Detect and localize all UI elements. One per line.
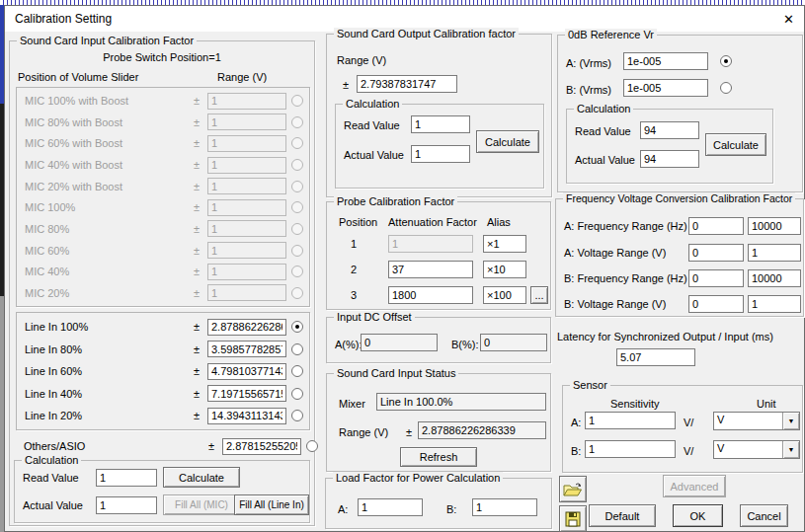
- linein-row: Line In 40%±: [17, 385, 309, 402]
- dropdown-arrow-icon[interactable]: ▼: [782, 413, 799, 429]
- group-output-calibration-legend: Sound Card Output Calibration factor: [334, 28, 519, 39]
- linein-range-input[interactable]: [207, 385, 286, 402]
- mic-row-label: MIC 60% with Boost: [25, 137, 186, 149]
- group-output-calibration: Sound Card Output Calibration factor Ran…: [326, 34, 552, 197]
- others-asio-radio[interactable]: [306, 440, 318, 452]
- load-file-button[interactable]: [559, 476, 587, 502]
- linein-row-label: Line In 60%: [25, 365, 186, 377]
- probe-attenuation-input-3[interactable]: [388, 286, 473, 304]
- output-calculate-button[interactable]: Calculate: [476, 130, 539, 153]
- load-factor-b-label: B:: [446, 503, 456, 515]
- actual-value-label: Actual Value: [23, 499, 83, 511]
- sensor-a-sensitivity-input[interactable]: [585, 412, 676, 429]
- freq-row-to-input[interactable]: [748, 244, 801, 262]
- ref-calculate-button[interactable]: Calculate: [705, 133, 766, 156]
- linein-radio[interactable]: [291, 343, 303, 355]
- ref-a-input[interactable]: [623, 52, 708, 70]
- linein-row: Line In 20%±: [17, 408, 309, 424]
- plus-minus: ±: [191, 365, 202, 377]
- ok-button[interactable]: OK: [673, 504, 723, 527]
- group-0db-reference-legend: 0dB Reference Vr: [565, 29, 657, 40]
- mic-range-input: [207, 264, 286, 280]
- probe-alias-input-2[interactable]: [483, 261, 526, 278]
- mic-row-label: MIC 100%: [25, 201, 186, 213]
- group-probe-calibration-legend: Probe Calibration Factor: [334, 195, 457, 207]
- load-factor-b-input[interactable]: [472, 498, 537, 516]
- ref-b-radio[interactable]: [720, 82, 732, 94]
- mic-row-label: MIC 20% with Boost: [25, 181, 186, 192]
- read-value-input[interactable]: [96, 469, 157, 487]
- calculate-button[interactable]: Calculate: [163, 467, 240, 488]
- probe-more-button[interactable]: ...: [530, 286, 548, 304]
- probe-attenuation-input-1: [388, 235, 473, 253]
- cancel-button[interactable]: Cancel: [740, 504, 788, 527]
- freq-row-from-input[interactable]: [688, 295, 744, 313]
- ref-a-radio[interactable]: [720, 55, 732, 67]
- fill-all-linein-button[interactable]: Fill All (Line In): [234, 494, 309, 515]
- linein-radio[interactable]: [291, 388, 303, 400]
- dc-offset-a-input[interactable]: [361, 334, 438, 351]
- close-icon[interactable]: ✕: [783, 13, 794, 26]
- probe-position-3: 3: [347, 289, 361, 301]
- freq-row-from-input[interactable]: [688, 244, 744, 262]
- linein-range-input[interactable]: [207, 319, 286, 336]
- actual-value-input[interactable]: [96, 496, 157, 514]
- sensor-b-label: B:: [571, 445, 581, 457]
- sensor-a-unit-dropdown[interactable]: V ▼: [713, 412, 800, 430]
- linein-range-input[interactable]: [207, 363, 286, 380]
- group-input-calibration-legend: Sound Card Input Calibration Factor: [17, 35, 197, 46]
- linein-range-input[interactable]: [207, 341, 286, 357]
- group-ref-calculation-legend: Calculation: [574, 103, 633, 114]
- linein-radio[interactable]: [291, 321, 303, 333]
- linein-radio[interactable]: [291, 410, 303, 421]
- probe-position-1: 1: [347, 238, 361, 250]
- dc-offset-b-input[interactable]: [480, 334, 547, 351]
- mic-row-label: MIC 80%: [25, 223, 186, 235]
- mic-row: MIC 40%±: [17, 264, 309, 280]
- sensor-b-unit-dropdown[interactable]: V ▼: [713, 440, 800, 459]
- save-file-button[interactable]: [559, 505, 587, 532]
- mic-row-label: MIC 100% with Boost: [25, 95, 186, 107]
- dc-offset-b-label: B(%):: [451, 339, 479, 350]
- mic-range-input: [207, 114, 286, 130]
- ref-actual-value-input[interactable]: [640, 150, 699, 168]
- freq-row-to-input[interactable]: [748, 217, 801, 235]
- default-button[interactable]: Default: [589, 504, 656, 527]
- linein-range-input[interactable]: [207, 408, 286, 424]
- latency-label: Latency for Synchronized Output / Input …: [557, 331, 773, 342]
- load-factor-a-input[interactable]: [358, 498, 423, 516]
- mic-radio: [291, 266, 303, 277]
- linein-radio[interactable]: [291, 365, 303, 377]
- freq-row-to-input[interactable]: [748, 295, 801, 313]
- sensor-col-sensitivity: Sensitivity: [610, 398, 660, 410]
- group-input-status-legend: Sound Card Input Status: [334, 367, 458, 379]
- ref-b-input[interactable]: [623, 79, 708, 97]
- freq-row-to-input[interactable]: [748, 269, 801, 287]
- plus-minus: ±: [191, 266, 202, 277]
- mic-row-label: MIC 40%: [25, 266, 186, 277]
- sensor-b-sensitivity-input[interactable]: [585, 440, 676, 458]
- dialog-title: Calibration Setting: [15, 12, 112, 26]
- group-output-calculation: Calculation Read Value Actual Value Calc…: [335, 104, 544, 189]
- output-range-input[interactable]: [357, 75, 457, 93]
- probe-attenuation-input-2[interactable]: [388, 261, 473, 278]
- mixer-value-field: [376, 393, 546, 411]
- read-value-label: Read Value: [575, 125, 631, 137]
- output-actual-value-input[interactable]: [411, 145, 470, 163]
- mic-radio: [291, 137, 303, 149]
- freq-row-from-input[interactable]: [688, 269, 744, 287]
- mic-row-label: MIC 80% with Boost: [25, 116, 186, 128]
- group-sensor: Sensor Sensitivity Unit A: V/ V ▼ B: V/ …: [562, 385, 803, 473]
- ref-read-value-input[interactable]: [640, 121, 699, 139]
- output-read-value-input[interactable]: [411, 115, 470, 133]
- others-asio-input[interactable]: [222, 438, 301, 455]
- freq-row-from-input[interactable]: [688, 217, 744, 235]
- probe-alias-input-3[interactable]: [483, 286, 526, 304]
- dropdown-arrow-icon[interactable]: ▼: [782, 441, 799, 458]
- refresh-button[interactable]: Refresh: [400, 447, 477, 467]
- mic-row-label: MIC 60%: [25, 245, 186, 257]
- latency-input[interactable]: [616, 348, 695, 366]
- probe-alias-input-1[interactable]: [483, 235, 526, 253]
- calibration-setting-dialog: Calibration Setting ✕ Sound Card Input C…: [4, 5, 805, 532]
- mic-range-input: [207, 178, 286, 194]
